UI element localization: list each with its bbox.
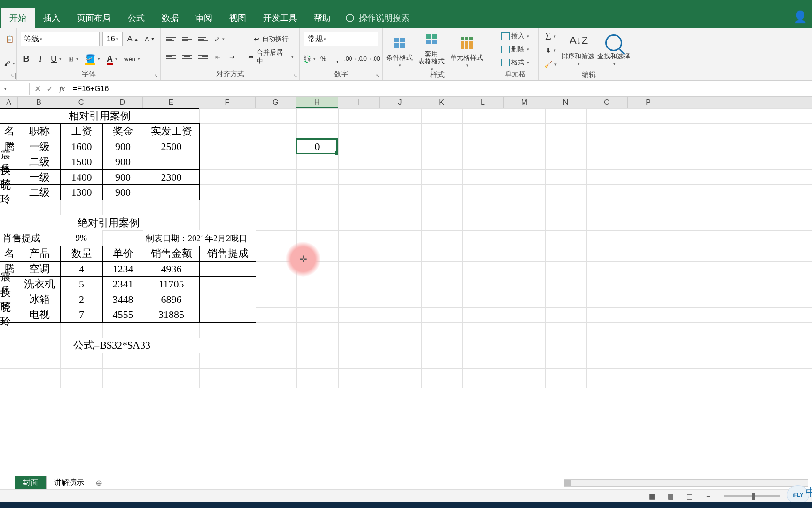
t1-h2[interactable]: 工资 xyxy=(60,123,103,139)
t1-r3c3[interactable]: 900 xyxy=(102,184,143,200)
halign-left-button[interactable] xyxy=(164,51,178,63)
t1-r0c1[interactable]: 一级 xyxy=(18,139,61,154)
valign-bottom-button[interactable] xyxy=(196,33,210,45)
tell-me-search[interactable]: 操作说明搜索 xyxy=(339,8,416,28)
paste-button[interactable]: 📋 xyxy=(4,33,15,45)
t2-r3c0[interactable]: 晓玲 xyxy=(0,307,18,323)
t2-r3c3[interactable]: 4555 xyxy=(102,307,143,323)
col-header-G[interactable]: G xyxy=(256,97,296,108)
t2-h0[interactable]: 名 xyxy=(0,246,18,262)
t1-r0c2[interactable]: 1600 xyxy=(60,139,103,154)
cell-H-value[interactable]: 0 xyxy=(296,139,338,154)
table2-pct[interactable]: 9% xyxy=(60,230,102,246)
t2-r3c4[interactable]: 31885 xyxy=(143,307,200,323)
col-header-K[interactable]: K xyxy=(421,97,462,108)
formula-note[interactable]: 公式=B$32*$A33 xyxy=(70,338,211,353)
new-sheet-button[interactable]: ⊕ xyxy=(92,476,105,490)
t2-r0c1[interactable]: 空调 xyxy=(18,261,61,277)
t1-r2c3[interactable]: 900 xyxy=(102,169,143,185)
col-header-N[interactable]: N xyxy=(545,97,586,108)
col-header-O[interactable]: O xyxy=(586,97,628,108)
enter-formula-button[interactable]: ✓ xyxy=(44,84,56,94)
table2-left-label[interactable]: 肖售提成 xyxy=(0,230,60,246)
clipboard-dialog-launcher[interactable]: ⤡ xyxy=(9,73,16,79)
wrap-text-button[interactable]: ↩自动换行 xyxy=(246,33,296,45)
insert-function-button[interactable]: fx xyxy=(56,85,68,93)
font-size-select[interactable]: 16 xyxy=(102,32,123,46)
t2-r0c5[interactable] xyxy=(199,261,256,277)
t2-h4[interactable]: 销售金额 xyxy=(143,246,200,262)
tab-developer[interactable]: 开发工具 xyxy=(255,8,305,28)
sheet-tab-2[interactable]: 讲解演示 xyxy=(46,476,92,489)
t2-r2c5[interactable] xyxy=(199,292,256,307)
account-icon[interactable]: 👤 xyxy=(793,10,807,24)
t2-h2[interactable]: 数量 xyxy=(60,246,103,262)
t2-r1c1[interactable]: 洗衣机 xyxy=(18,276,61,292)
t2-h1[interactable]: 产品 xyxy=(18,246,61,262)
borders-button[interactable]: ⊞ xyxy=(66,53,80,65)
table2-title[interactable]: 绝对引用案例 xyxy=(60,215,157,230)
tab-view[interactable]: 视图 xyxy=(221,8,255,28)
format-painter-button[interactable]: 🖌 xyxy=(4,57,15,70)
clear-button[interactable]: 🧹 xyxy=(542,58,559,71)
t2-r1c2[interactable]: 5 xyxy=(60,276,103,292)
font-color-button[interactable]: A xyxy=(105,53,119,65)
tab-review[interactable]: 审阅 xyxy=(187,8,221,28)
col-header-F[interactable]: F xyxy=(199,97,256,108)
col-header-L[interactable]: L xyxy=(462,97,504,108)
col-header-E[interactable]: E xyxy=(143,97,199,108)
t2-r0c4[interactable]: 4936 xyxy=(143,261,200,277)
t1-h0[interactable]: 名 xyxy=(0,123,18,139)
decrease-decimal-button[interactable]: .0→.00 xyxy=(364,53,378,65)
bold-button[interactable]: B xyxy=(21,53,32,65)
tab-formulas[interactable]: 公式 xyxy=(119,8,153,28)
t2-r1c4[interactable]: 11705 xyxy=(143,276,200,292)
fill-button[interactable]: ⬇ xyxy=(542,44,559,56)
t1-r1c4[interactable] xyxy=(143,154,200,170)
horizontal-scrollbar[interactable] xyxy=(564,476,808,489)
indent-decrease-button[interactable]: ⇤ xyxy=(212,51,224,63)
col-header-J[interactable]: J xyxy=(380,97,421,108)
tab-home[interactable]: 开始 xyxy=(1,8,35,28)
col-header-C[interactable]: C xyxy=(60,97,102,108)
t2-r2c2[interactable]: 2 xyxy=(60,292,103,307)
font-dialog-launcher[interactable]: ⤡ xyxy=(153,73,159,79)
format-cells-button[interactable]: 格式 xyxy=(496,56,534,69)
t2-r2c4[interactable]: 6896 xyxy=(143,292,200,307)
table1-title[interactable]: 相对引用案例 xyxy=(0,108,199,124)
alignment-dialog-launcher[interactable]: ⤡ xyxy=(292,73,298,79)
cell-styles-button[interactable]: 单元格样式 xyxy=(450,33,483,68)
col-header-A[interactable]: A xyxy=(0,97,18,108)
conditional-formatting-button[interactable]: 条件格式 xyxy=(386,33,413,68)
col-header-H[interactable]: H xyxy=(296,97,338,108)
valign-top-button[interactable] xyxy=(164,33,178,45)
italic-button[interactable]: I xyxy=(35,53,46,65)
comma-format-button[interactable]: , xyxy=(332,53,343,65)
col-header-B[interactable]: B xyxy=(18,97,60,108)
halign-right-button[interactable] xyxy=(196,51,210,63)
t1-h3[interactable]: 奖金 xyxy=(102,123,143,139)
t1-r0c3[interactable]: 900 xyxy=(102,139,143,154)
t1-r0c4[interactable]: 2500 xyxy=(143,139,200,154)
number-format-select[interactable]: 常规 xyxy=(304,32,378,46)
t2-r2c1[interactable]: 冰箱 xyxy=(18,292,61,307)
tab-page-layout[interactable]: 页面布局 xyxy=(69,8,119,28)
t1-r1c1[interactable]: 二级 xyxy=(18,154,61,170)
format-as-table-button[interactable]: 套用 表格格式 xyxy=(418,29,445,71)
view-page-break-button[interactable]: ▥ xyxy=(682,491,696,501)
t1-r1c2[interactable]: 1500 xyxy=(60,154,103,170)
t1-h1[interactable]: 职称 xyxy=(18,123,61,139)
t1-r2c2[interactable]: 1400 xyxy=(60,169,103,185)
insert-cells-button[interactable]: 插入 xyxy=(496,30,534,42)
increase-decimal-button[interactable]: .00→.0 xyxy=(346,53,360,65)
t1-r2c4[interactable]: 2300 xyxy=(143,169,200,185)
t1-r1c3[interactable]: 900 xyxy=(102,154,143,170)
tab-insert[interactable]: 插入 xyxy=(35,8,69,28)
t2-r3c1[interactable]: 电视 xyxy=(18,307,61,323)
col-header-M[interactable]: M xyxy=(504,97,545,108)
fill-color-button[interactable]: 🪣 xyxy=(83,53,102,65)
shrink-font-button[interactable]: A▼ xyxy=(143,33,156,45)
col-header-I[interactable]: I xyxy=(338,97,380,108)
tab-data[interactable]: 数据 xyxy=(153,8,187,28)
cells-area[interactable]: 相对引用案例 名 职称 工资 奖金 实发工资 腾 一级 1600 900 250… xyxy=(0,108,812,388)
